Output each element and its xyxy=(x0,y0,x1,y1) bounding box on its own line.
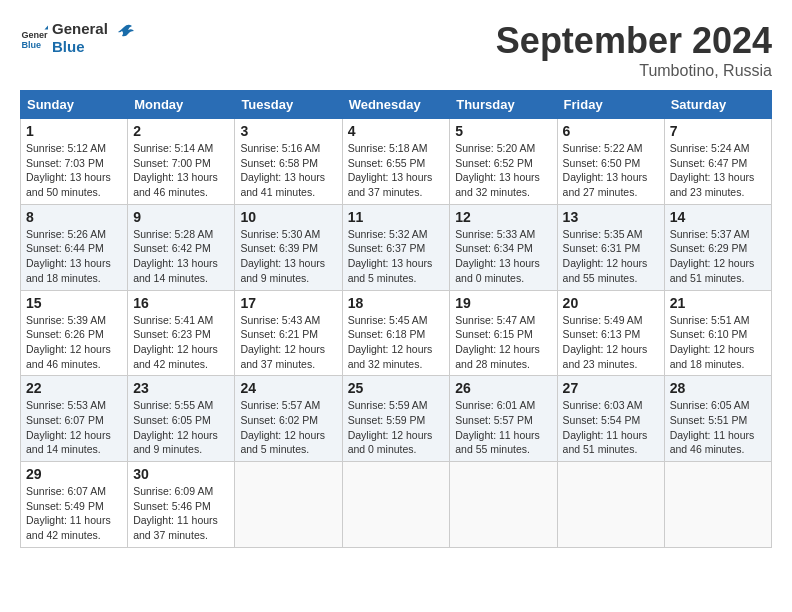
sunset-text: Sunset: 6:44 PM xyxy=(26,242,104,254)
day-info: Sunrise: 5:18 AM Sunset: 6:55 PM Dayligh… xyxy=(348,141,445,200)
page-header: General Blue General Blue September 2024… xyxy=(20,20,772,80)
logo: General Blue General Blue xyxy=(20,20,136,56)
daylight-text: Daylight: 13 hours and 9 minutes. xyxy=(240,257,325,284)
calendar-cell: 4 Sunrise: 5:18 AM Sunset: 6:55 PM Dayli… xyxy=(342,119,450,205)
calendar-week-row: 8 Sunrise: 5:26 AM Sunset: 6:44 PM Dayli… xyxy=(21,204,772,290)
day-number: 9 xyxy=(133,209,229,225)
daylight-text: Daylight: 13 hours and 23 minutes. xyxy=(670,171,755,198)
sunrise-text: Sunrise: 5:20 AM xyxy=(455,142,535,154)
calendar-cell: 25 Sunrise: 5:59 AM Sunset: 5:59 PM Dayl… xyxy=(342,376,450,462)
sunrise-text: Sunrise: 5:18 AM xyxy=(348,142,428,154)
sunset-text: Sunset: 6:55 PM xyxy=(348,157,426,169)
column-header-saturday: Saturday xyxy=(664,91,771,119)
logo-general: General xyxy=(52,20,108,38)
sunset-text: Sunset: 5:57 PM xyxy=(455,414,533,426)
calendar-cell: 18 Sunrise: 5:45 AM Sunset: 6:18 PM Dayl… xyxy=(342,290,450,376)
sunrise-text: Sunrise: 6:03 AM xyxy=(563,399,643,411)
daylight-text: Daylight: 12 hours and 37 minutes. xyxy=(240,343,325,370)
daylight-text: Daylight: 12 hours and 5 minutes. xyxy=(240,429,325,456)
daylight-text: Daylight: 12 hours and 18 minutes. xyxy=(670,343,755,370)
logo-icon: General Blue xyxy=(20,24,48,52)
sunset-text: Sunset: 6:26 PM xyxy=(26,328,104,340)
sunrise-text: Sunrise: 5:33 AM xyxy=(455,228,535,240)
day-number: 7 xyxy=(670,123,766,139)
daylight-text: Daylight: 13 hours and 18 minutes. xyxy=(26,257,111,284)
calendar-cell: 8 Sunrise: 5:26 AM Sunset: 6:44 PM Dayli… xyxy=(21,204,128,290)
day-number: 19 xyxy=(455,295,551,311)
sunrise-text: Sunrise: 5:28 AM xyxy=(133,228,213,240)
day-info: Sunrise: 5:14 AM Sunset: 7:00 PM Dayligh… xyxy=(133,141,229,200)
day-number: 26 xyxy=(455,380,551,396)
sunrise-text: Sunrise: 5:45 AM xyxy=(348,314,428,326)
day-number: 1 xyxy=(26,123,122,139)
sunrise-text: Sunrise: 5:16 AM xyxy=(240,142,320,154)
day-info: Sunrise: 5:30 AM Sunset: 6:39 PM Dayligh… xyxy=(240,227,336,286)
column-header-friday: Friday xyxy=(557,91,664,119)
sunrise-text: Sunrise: 5:22 AM xyxy=(563,142,643,154)
sunset-text: Sunset: 6:34 PM xyxy=(455,242,533,254)
sunrise-text: Sunrise: 5:57 AM xyxy=(240,399,320,411)
sunrise-text: Sunrise: 5:55 AM xyxy=(133,399,213,411)
calendar-week-row: 1 Sunrise: 5:12 AM Sunset: 7:03 PM Dayli… xyxy=(21,119,772,205)
day-number: 23 xyxy=(133,380,229,396)
title-block: September 2024 Tumbotino, Russia xyxy=(496,20,772,80)
daylight-text: Daylight: 13 hours and 50 minutes. xyxy=(26,171,111,198)
daylight-text: Daylight: 12 hours and 0 minutes. xyxy=(348,429,433,456)
day-info: Sunrise: 5:49 AM Sunset: 6:13 PM Dayligh… xyxy=(563,313,659,372)
daylight-text: Daylight: 13 hours and 32 minutes. xyxy=(455,171,540,198)
day-number: 30 xyxy=(133,466,229,482)
sunset-text: Sunset: 5:54 PM xyxy=(563,414,641,426)
calendar-cell: 16 Sunrise: 5:41 AM Sunset: 6:23 PM Dayl… xyxy=(128,290,235,376)
day-number: 10 xyxy=(240,209,336,225)
sunset-text: Sunset: 5:59 PM xyxy=(348,414,426,426)
logo-bird-icon xyxy=(114,21,136,43)
day-info: Sunrise: 6:05 AM Sunset: 5:51 PM Dayligh… xyxy=(670,398,766,457)
calendar-cell: 21 Sunrise: 5:51 AM Sunset: 6:10 PM Dayl… xyxy=(664,290,771,376)
day-info: Sunrise: 5:59 AM Sunset: 5:59 PM Dayligh… xyxy=(348,398,445,457)
sunset-text: Sunset: 6:02 PM xyxy=(240,414,318,426)
day-number: 8 xyxy=(26,209,122,225)
calendar-cell: 28 Sunrise: 6:05 AM Sunset: 5:51 PM Dayl… xyxy=(664,376,771,462)
calendar-cell: 27 Sunrise: 6:03 AM Sunset: 5:54 PM Dayl… xyxy=(557,376,664,462)
day-info: Sunrise: 6:01 AM Sunset: 5:57 PM Dayligh… xyxy=(455,398,551,457)
day-info: Sunrise: 5:16 AM Sunset: 6:58 PM Dayligh… xyxy=(240,141,336,200)
day-info: Sunrise: 5:26 AM Sunset: 6:44 PM Dayligh… xyxy=(26,227,122,286)
calendar-header-row: SundayMondayTuesdayWednesdayThursdayFrid… xyxy=(21,91,772,119)
sunset-text: Sunset: 6:21 PM xyxy=(240,328,318,340)
column-header-tuesday: Tuesday xyxy=(235,91,342,119)
column-header-sunday: Sunday xyxy=(21,91,128,119)
calendar-cell: 13 Sunrise: 5:35 AM Sunset: 6:31 PM Dayl… xyxy=(557,204,664,290)
sunset-text: Sunset: 6:13 PM xyxy=(563,328,641,340)
daylight-text: Daylight: 13 hours and 27 minutes. xyxy=(563,171,648,198)
calendar-cell xyxy=(557,462,664,548)
day-info: Sunrise: 5:51 AM Sunset: 6:10 PM Dayligh… xyxy=(670,313,766,372)
calendar-cell: 3 Sunrise: 5:16 AM Sunset: 6:58 PM Dayli… xyxy=(235,119,342,205)
sunrise-text: Sunrise: 5:24 AM xyxy=(670,142,750,154)
calendar-cell: 5 Sunrise: 5:20 AM Sunset: 6:52 PM Dayli… xyxy=(450,119,557,205)
sunrise-text: Sunrise: 5:49 AM xyxy=(563,314,643,326)
day-info: Sunrise: 6:07 AM Sunset: 5:49 PM Dayligh… xyxy=(26,484,122,543)
sunrise-text: Sunrise: 5:37 AM xyxy=(670,228,750,240)
sunrise-text: Sunrise: 6:07 AM xyxy=(26,485,106,497)
day-info: Sunrise: 5:12 AM Sunset: 7:03 PM Dayligh… xyxy=(26,141,122,200)
sunrise-text: Sunrise: 5:14 AM xyxy=(133,142,213,154)
day-info: Sunrise: 5:33 AM Sunset: 6:34 PM Dayligh… xyxy=(455,227,551,286)
day-number: 12 xyxy=(455,209,551,225)
day-info: Sunrise: 5:22 AM Sunset: 6:50 PM Dayligh… xyxy=(563,141,659,200)
daylight-text: Daylight: 11 hours and 46 minutes. xyxy=(670,429,755,456)
day-info: Sunrise: 6:03 AM Sunset: 5:54 PM Dayligh… xyxy=(563,398,659,457)
day-number: 20 xyxy=(563,295,659,311)
daylight-text: Daylight: 11 hours and 42 minutes. xyxy=(26,514,111,541)
calendar-cell: 19 Sunrise: 5:47 AM Sunset: 6:15 PM Dayl… xyxy=(450,290,557,376)
day-number: 25 xyxy=(348,380,445,396)
day-info: Sunrise: 5:55 AM Sunset: 6:05 PM Dayligh… xyxy=(133,398,229,457)
calendar-cell: 20 Sunrise: 5:49 AM Sunset: 6:13 PM Dayl… xyxy=(557,290,664,376)
day-info: Sunrise: 5:28 AM Sunset: 6:42 PM Dayligh… xyxy=(133,227,229,286)
sunrise-text: Sunrise: 5:43 AM xyxy=(240,314,320,326)
calendar-cell: 6 Sunrise: 5:22 AM Sunset: 6:50 PM Dayli… xyxy=(557,119,664,205)
day-number: 3 xyxy=(240,123,336,139)
sunset-text: Sunset: 6:31 PM xyxy=(563,242,641,254)
day-number: 18 xyxy=(348,295,445,311)
calendar-cell: 17 Sunrise: 5:43 AM Sunset: 6:21 PM Dayl… xyxy=(235,290,342,376)
day-number: 6 xyxy=(563,123,659,139)
